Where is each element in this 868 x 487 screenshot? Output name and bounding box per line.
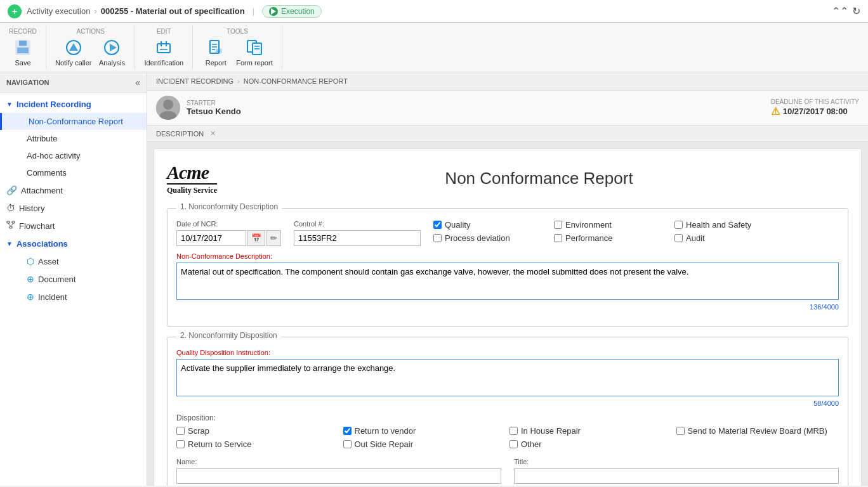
performance-checkbox[interactable] — [554, 234, 562, 242]
process-deviation-checkbox[interactable] — [433, 234, 442, 242]
checkbox-outside-repair: Out Side Repair — [343, 439, 506, 449]
disposition-section: Disposition: Scrap Return to vendor — [176, 413, 839, 449]
save-label: Save — [15, 59, 30, 67]
acme-header: Acme Quality Service Non Conformance Rep… — [167, 162, 848, 195]
scrap-label: Scrap — [188, 426, 209, 436]
in-house-repair-checkbox[interactable] — [510, 427, 518, 435]
edit-date-icon[interactable]: ✏ — [266, 230, 281, 246]
svg-rect-23 — [12, 221, 15, 223]
record-group-label: Record — [9, 28, 36, 35]
assoc-triangle-icon: ▼ — [6, 240, 13, 247]
svg-marker-0 — [271, 8, 276, 15]
audit-checkbox-label: Audit — [686, 233, 705, 243]
sidebar-item-attribute[interactable]: Attribute — [0, 130, 147, 147]
outside-repair-checkbox[interactable] — [343, 440, 352, 448]
breadcrumb-sep: › — [94, 6, 96, 16]
starter-name: Tetsuo Kendo — [187, 107, 241, 116]
sidebar-item-history[interactable]: ⏱ History — [0, 199, 147, 217]
notify-caller-button[interactable]: Notify caller — [55, 37, 91, 67]
deadline-label: DEADLINE OF THIS ACTIVITY — [771, 98, 859, 105]
date-ncr-input[interactable] — [176, 230, 246, 246]
sidebar-item-flowchart[interactable]: Flowchart — [0, 217, 147, 235]
sidebar-item-associations[interactable]: ▼ Associations — [0, 235, 147, 252]
nc-description-textarea[interactable]: Material out of specification. The compo… — [176, 263, 839, 300]
control-input[interactable] — [294, 230, 421, 246]
execution-badge: Execution — [262, 5, 322, 18]
audit-checkbox[interactable] — [674, 234, 683, 242]
nav-section: ▼ Incident Recording Non-Conformance Rep… — [0, 93, 147, 308]
breadcrumb-sep: › — [237, 77, 240, 85]
nc-description-label: Non-Conformance Description: — [176, 252, 839, 260]
health-safety-checkbox-label: Health and Safety — [686, 220, 751, 230]
quality-checkbox[interactable] — [433, 221, 442, 229]
identification-icon — [154, 37, 174, 58]
sidebar-collapse-button[interactable]: « — [135, 77, 140, 88]
sidebar-header: NAVIGATION « — [0, 72, 147, 93]
checkbox-group: Quality Environment Health and Safety — [433, 220, 839, 243]
form-container: Acme Quality Service Non Conformance Rep… — [154, 148, 862, 486]
svg-rect-22 — [7, 221, 10, 223]
tools-group: Tools Report — [193, 25, 282, 69]
flowchart-icon — [6, 221, 15, 231]
control-label: Control #: — [294, 220, 421, 228]
save-icon — [13, 37, 33, 58]
send-mrb-checkbox[interactable] — [676, 427, 685, 435]
sidebar-item-attachment[interactable]: 🔗 Attachment — [0, 181, 147, 199]
name-label: Name: — [176, 458, 501, 465]
svg-line-25 — [8, 223, 11, 226]
analysis-button[interactable]: Analysis — [98, 37, 126, 67]
title-input[interactable] — [514, 468, 839, 484]
sidebar-item-incident[interactable]: ⊕ Incident — [0, 288, 147, 306]
starter-avatar — [156, 96, 180, 120]
sidebar-item-document[interactable]: ⊕ Document — [0, 270, 147, 288]
checkbox-process-deviation: Process deviation — [433, 233, 548, 243]
incident-recording-label: Incident Recording — [16, 100, 91, 109]
checkbox-audit: Audit — [674, 233, 789, 243]
date-control-row: Date of NCR: 📅 ✏ Control #: — [176, 220, 839, 246]
section-1-legend: 1. Nonconformity Description — [176, 202, 282, 211]
incident-icon: ⊕ — [27, 292, 34, 302]
svg-marker-7 — [110, 44, 117, 51]
breadcrumb-title: 000255 - Material out of specification — [101, 6, 245, 16]
checkbox-scrap: Scrap — [176, 426, 339, 436]
refresh-button[interactable]: ↻ — [852, 5, 860, 17]
notify-label: Notify caller — [55, 59, 91, 67]
outside-repair-label: Out Side Repair — [355, 439, 414, 449]
form-report-button[interactable]: Form report — [236, 37, 272, 67]
asset-icon: ⬡ — [27, 256, 34, 266]
sidebar-item-ad-hoc-activity[interactable]: Ad-hoc activity — [0, 147, 147, 164]
calendar-icon[interactable]: 📅 — [247, 230, 265, 246]
date-ncr-label: Date of NCR: — [176, 220, 281, 228]
sidebar-item-comments[interactable]: Comments — [0, 164, 147, 181]
environment-checkbox[interactable] — [554, 221, 562, 229]
title-field: Title: — [514, 458, 839, 484]
health-safety-checkbox[interactable] — [674, 221, 683, 229]
name-input[interactable] — [176, 468, 501, 484]
collapse-button[interactable]: ⌃⌃ — [832, 5, 848, 17]
document-label: Document — [38, 275, 76, 284]
deadline-datetime: 10/27/2017 08:00 — [783, 107, 848, 116]
return-service-checkbox[interactable] — [176, 440, 185, 448]
app-icon: + — [8, 4, 22, 18]
other-checkbox[interactable] — [510, 440, 518, 448]
sidebar-item-non-conformance-report[interactable]: Non-Conformance Report — [0, 113, 147, 130]
disposition-row-2: Return to Service Out Side Repair Other — [176, 439, 839, 449]
document-icon: ⊕ — [27, 274, 34, 284]
date-ncr-field: Date of NCR: 📅 ✏ — [176, 220, 281, 246]
sidebar-item-incident-recording[interactable]: ▼ Incident Recording — [0, 96, 147, 113]
return-vendor-checkbox[interactable] — [343, 427, 352, 435]
deadline-info: DEADLINE OF THIS ACTIVITY ⚠ 10/27/2017 0… — [771, 98, 859, 117]
close-description-button[interactable]: ✕ — [210, 129, 216, 138]
date-ncr-wrap: 📅 ✏ — [176, 230, 281, 246]
notify-icon — [63, 37, 84, 58]
sidebar-item-asset[interactable]: ⬡ Asset — [0, 252, 147, 270]
actions-group: Actions Notify caller Anal — [46, 25, 135, 69]
report-button[interactable]: Report — [202, 37, 230, 67]
content-area: INCIDENT RECORDING › NON-CONFORMANCE REP… — [147, 72, 868, 486]
quality-disposition-textarea[interactable]: Activate the supplier immediately to arr… — [176, 359, 839, 396]
identification-button[interactable]: Identification — [144, 37, 183, 67]
save-button[interactable]: Save — [9, 37, 37, 67]
scrap-checkbox[interactable] — [176, 427, 185, 435]
in-house-repair-label: In House Repair — [521, 426, 581, 436]
tools-group-label: Tools — [227, 28, 248, 35]
